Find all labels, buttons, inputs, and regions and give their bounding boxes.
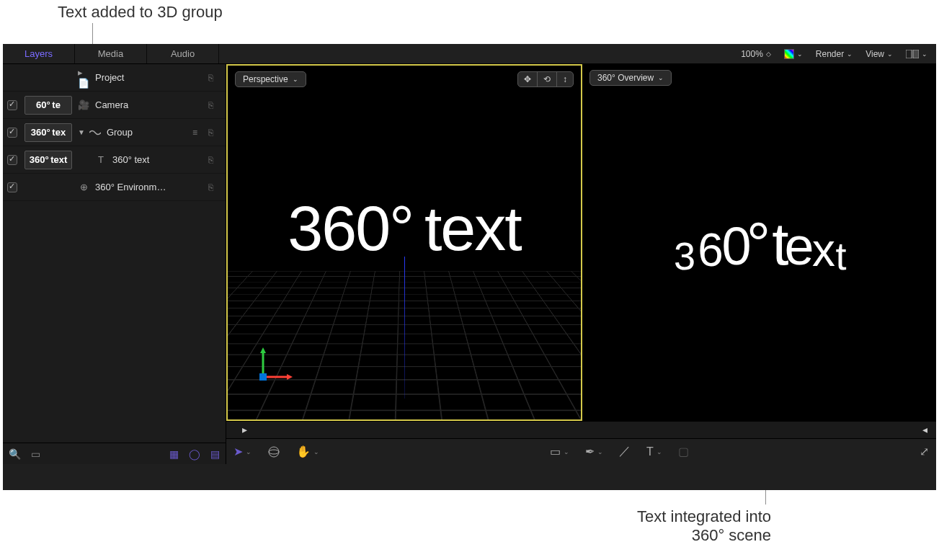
text360-label: 360° text (112, 154, 208, 165)
checkbox[interactable] (7, 182, 17, 192)
annotation-bottom-l2: 360° scene (692, 526, 771, 544)
annotation-top: Text added to 3D group (58, 3, 274, 22)
annotation-bottom-l1: Text integrated into (637, 507, 771, 525)
tab-media[interactable]: Media (75, 44, 147, 63)
curved-text-object[interactable]: 360° text (672, 213, 847, 272)
svg-point-8 (269, 450, 279, 454)
svg-marker-3 (260, 347, 266, 353)
pen-tool[interactable]: ✒⌄ (585, 445, 603, 458)
svg-marker-5 (287, 374, 293, 380)
grid-icon[interactable]: ▦ (169, 448, 179, 460)
mini-timeline[interactable]: ▸ ◂ (226, 421, 936, 438)
gear-icon[interactable]: ◯ (189, 448, 200, 460)
left-tab-bar: Layers Media Audio (3, 44, 226, 64)
checkbox[interactable] (7, 128, 17, 138)
checkbox[interactable] (7, 155, 17, 165)
stack-icon[interactable]: ≡ (192, 128, 204, 138)
color-channel-menu[interactable]: ⌄ (784, 49, 803, 59)
curved-char: e (785, 215, 814, 276)
axis-gizmo[interactable] (252, 345, 295, 391)
pan-tool[interactable]: ✋⌄ (296, 445, 319, 458)
group-label: Group (107, 127, 192, 138)
camera-label: Camera (95, 99, 208, 110)
layers-panel: ▸📄 Project ⎘ 60° te 🎥 Camera ⎘ 360° tex … (3, 64, 226, 464)
viewports: Perspective ⌄ ✥ ⟲ ↕ 360° text (226, 64, 936, 421)
text-icon: T (95, 154, 107, 166)
scene-3d: 360° text (228, 66, 581, 419)
lock-icon[interactable]: ⎘ (208, 128, 220, 138)
view-label: View (865, 49, 884, 59)
text-tool[interactable]: T⌄ (646, 445, 662, 458)
curved-char: x (812, 223, 835, 276)
layer-row-360text[interactable]: 360° text T 360° text ⎘ (3, 146, 226, 174)
svg-rect-0 (906, 50, 912, 58)
app-window: Layers Media Audio 100%◇ ⌄ Render⌄ View⌄… (3, 44, 936, 490)
lock-icon[interactable]: ⎘ (208, 100, 220, 110)
select-tool[interactable]: ➤⌄ (233, 445, 252, 458)
render-menu[interactable]: Render⌄ (816, 49, 853, 59)
tab-audio[interactable]: Audio (147, 44, 219, 63)
color-swatch-icon (784, 49, 794, 59)
env-label: 360° Environm… (95, 182, 208, 192)
svg-point-7 (269, 447, 279, 457)
3d-transform-tool[interactable] (267, 445, 280, 458)
viewport-perspective[interactable]: Perspective ⌄ ✥ ⟲ ↕ 360° text (226, 64, 582, 421)
curved-char: 6 (698, 223, 724, 276)
curved-char: 3 (674, 234, 695, 278)
paint-tool[interactable]: ／ (619, 444, 631, 459)
environment-icon: ⊕ (78, 182, 89, 193)
zoom-value: 100% (741, 49, 763, 59)
layer-row-project[interactable]: ▸📄 Project ⎘ (3, 64, 226, 92)
layers-footer: 🔍 ▭ ▦ ◯ ▤ (3, 443, 226, 464)
viewport-360[interactable]: 360° Overview ⌄ 360° text (582, 64, 936, 421)
fullscreen-toggle[interactable]: ⤢ (920, 445, 929, 458)
render-label: Render (816, 49, 844, 59)
out-marker[interactable]: ◂ (922, 424, 927, 435)
search-icon[interactable]: 🔍 (9, 448, 21, 460)
project-label: Project (95, 72, 208, 83)
lock-icon[interactable]: ⎘ (208, 155, 220, 165)
thumbnail: 60° te (25, 96, 72, 115)
rectangle-tool[interactable]: ▭⌄ (550, 445, 569, 458)
thumb-blank (25, 178, 72, 197)
layer-row-environment[interactable]: ⊕ 360° Environm… ⎘ (3, 174, 226, 201)
canvas-text-object[interactable]: 360° text (288, 192, 520, 265)
zoom-menu[interactable]: 100%◇ (741, 49, 771, 59)
tab-layers[interactable]: Layers (3, 44, 75, 63)
layer-row-group[interactable]: 360° tex ▼ Group ≡ ⎘ (3, 119, 226, 146)
in-marker[interactable]: ▸ (242, 424, 247, 435)
curved-char: t (836, 234, 847, 278)
lock-icon[interactable]: ⎘ (208, 73, 220, 83)
frame-icon[interactable]: ▭ (31, 448, 40, 460)
layout-menu[interactable]: ⌄ (906, 50, 927, 58)
group-3d-icon (89, 127, 101, 138)
z-axis-line (404, 257, 405, 398)
checkbox[interactable] (7, 100, 17, 110)
thumb-blank (25, 68, 72, 87)
viewport-top-bar: 100%◇ ⌄ Render⌄ View⌄ ⌄ (226, 44, 936, 64)
disclosure-triangle[interactable]: ▼ (78, 128, 85, 136)
camera-icon: 🎥 (78, 99, 89, 111)
lock-icon[interactable]: ⎘ (208, 182, 220, 192)
canvas-area: Perspective ⌄ ✥ ⟲ ↕ 360° text (226, 64, 936, 464)
svg-rect-6 (259, 373, 267, 381)
canvas-toolbar: ➤⌄ ✋⌄ ▭⌄ ✒⌄ ／ T⌄ ▢ ⤢ (226, 438, 936, 464)
view-menu[interactable]: View⌄ (865, 49, 893, 59)
scene-360: 360° text (582, 64, 936, 421)
thumbnail: 360° text (25, 151, 72, 169)
main-area: ▸📄 Project ⎘ 60° te 🎥 Camera ⎘ 360° tex … (3, 64, 936, 464)
layers-list: ▸📄 Project ⎘ 60° te 🎥 Camera ⎘ 360° tex … (3, 64, 226, 443)
layer-row-camera[interactable]: 60° te 🎥 Camera ⎘ (3, 92, 226, 119)
clip-icon[interactable]: ▤ (210, 448, 220, 460)
thumbnail: 360° tex (25, 123, 72, 142)
svg-rect-1 (913, 50, 919, 58)
mask-tool[interactable]: ▢ (678, 445, 689, 458)
annotation-bottom: Text integrated into 360° scene (591, 507, 771, 545)
project-icon: ▸📄 (78, 72, 89, 84)
